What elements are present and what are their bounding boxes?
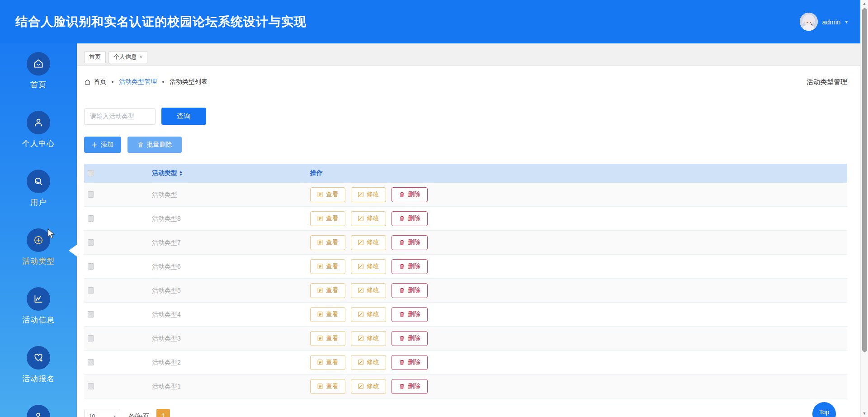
breadcrumb-home[interactable]: 首页 xyxy=(94,78,106,86)
edit-icon xyxy=(358,239,364,246)
edit-button[interactable]: 修改 xyxy=(351,307,386,322)
edit-icon xyxy=(358,359,364,365)
edit-button[interactable]: 修改 xyxy=(351,331,386,346)
edit-icon xyxy=(358,263,364,270)
view-button[interactable]: 查看 xyxy=(310,307,345,322)
view-button-label: 查看 xyxy=(326,262,339,270)
chevron-down-icon[interactable]: ▾ xyxy=(845,19,848,25)
delete-button-label: 删除 xyxy=(408,286,420,294)
sidebar-item-activity-info[interactable]: 活动信息 xyxy=(22,287,55,325)
search-input[interactable] xyxy=(84,108,156,125)
row-checkbox[interactable] xyxy=(88,359,94,365)
scroll-down-arrow-icon[interactable]: ▼ xyxy=(861,410,868,417)
delete-button[interactable]: 删除 xyxy=(392,259,428,274)
query-button[interactable]: 查询 xyxy=(161,108,206,125)
view-button[interactable]: 查看 xyxy=(310,235,345,250)
sidebar-item-users[interactable]: 用户 xyxy=(27,170,50,208)
edit-button-label: 修改 xyxy=(367,190,379,199)
sidebar-item-home[interactable]: 首页 xyxy=(27,52,50,90)
tab-personal-info[interactable]: 个人信息 × xyxy=(108,51,147,63)
edit-button[interactable]: 修改 xyxy=(351,235,386,250)
column-header-type[interactable]: 活动类型 ▲ ▼ xyxy=(152,169,310,177)
delete-button[interactable]: 删除 xyxy=(392,235,428,250)
trash-icon xyxy=(399,191,405,198)
sort-icon[interactable]: ▲ ▼ xyxy=(179,170,183,176)
user-menu[interactable]: admin ▾ xyxy=(800,13,848,31)
table-header-row: 活动类型 ▲ ▼ 操作 xyxy=(84,164,847,183)
close-icon[interactable]: × xyxy=(139,54,142,60)
table-row: 活动类型7 查看 修改 删除 xyxy=(84,231,847,255)
table-row: 活动类型3 查看 修改 删除 xyxy=(84,327,847,351)
tab-home[interactable]: 首页 xyxy=(84,51,106,63)
sidebar-item-activity-signup[interactable]: 活动报名 xyxy=(22,346,55,384)
row-checkbox[interactable] xyxy=(88,263,94,270)
row-checkbox[interactable] xyxy=(88,191,94,198)
home-icon xyxy=(33,58,44,70)
tab-label: 首页 xyxy=(89,53,101,61)
table-row: 活动类型8 查看 修改 删除 xyxy=(84,207,847,231)
edit-button[interactable]: 修改 xyxy=(351,355,386,370)
delete-button[interactable]: 删除 xyxy=(392,187,428,202)
delete-button[interactable]: 删除 xyxy=(392,331,428,346)
edit-icon xyxy=(358,311,364,317)
add-button[interactable]: 添加 xyxy=(84,137,121,153)
edit-icon xyxy=(358,383,364,389)
edit-button[interactable]: 修改 xyxy=(351,283,386,298)
edit-button[interactable]: 修改 xyxy=(351,259,386,274)
edit-button-label: 修改 xyxy=(367,286,379,294)
delete-button[interactable]: 删除 xyxy=(392,307,428,322)
delete-button[interactable]: 删除 xyxy=(392,379,428,394)
toolbar: 添加 批量删除 xyxy=(84,137,847,153)
view-button[interactable]: 查看 xyxy=(310,379,345,394)
scrollbar-thumb[interactable] xyxy=(862,8,867,352)
breadcrumb-section-link[interactable]: 活动类型管理 xyxy=(119,78,157,86)
row-checkbox[interactable] xyxy=(88,287,94,294)
edit-button-label: 修改 xyxy=(367,214,379,223)
activity-type-cell: 活动类型4 xyxy=(152,311,181,318)
delete-button[interactable]: 删除 xyxy=(392,355,428,370)
sidebar: 首页 个人中心 用户 活动类型 活动信息 活动报名 xyxy=(0,43,77,417)
view-button-label: 查看 xyxy=(326,358,339,366)
trash-icon xyxy=(399,383,405,389)
app-title: 结合人脸识别和实名认证的校园论坛系统设计与实现 xyxy=(15,14,307,30)
table-row: 活动类型4 查看 修改 删除 xyxy=(84,303,847,327)
row-checkbox[interactable] xyxy=(88,335,94,341)
view-button[interactable]: 查看 xyxy=(310,331,345,346)
plus-icon xyxy=(92,142,98,148)
chevron-down-icon: ▾ xyxy=(113,414,116,417)
batch-delete-button[interactable]: 批量删除 xyxy=(127,137,182,153)
view-button[interactable]: 查看 xyxy=(310,355,345,370)
sidebar-item-label: 活动信息 xyxy=(22,315,55,325)
scroll-up-arrow-icon[interactable]: ▲ xyxy=(861,0,868,7)
trash-icon xyxy=(399,359,405,365)
sidebar-item-user-audit[interactable] xyxy=(27,405,50,417)
row-checkbox[interactable] xyxy=(88,311,94,317)
row-checkbox[interactable] xyxy=(88,215,94,222)
page-size-select[interactable]: 10 ▾ xyxy=(84,409,120,417)
edit-button[interactable]: 修改 xyxy=(351,187,386,202)
pagination: 10 ▾ 条/每页 1 xyxy=(84,409,847,417)
view-icon xyxy=(317,287,323,294)
delete-button-label: 删除 xyxy=(408,190,420,199)
view-button[interactable]: 查看 xyxy=(310,211,345,226)
breadcrumb: 首页 活动类型管理 活动类型列表 活动类型管理 xyxy=(84,77,847,87)
page-number-button[interactable]: 1 xyxy=(156,409,170,417)
user-name[interactable]: admin xyxy=(822,18,841,26)
edit-button[interactable]: 修改 xyxy=(351,379,386,394)
sidebar-item-profile[interactable]: 个人中心 xyxy=(22,111,55,149)
avatar[interactable] xyxy=(800,13,818,31)
select-all-checkbox[interactable] xyxy=(88,170,94,176)
trash-icon xyxy=(399,311,405,317)
row-checkbox[interactable] xyxy=(88,239,94,246)
delete-button[interactable]: 删除 xyxy=(392,211,428,226)
view-button[interactable]: 查看 xyxy=(310,259,345,274)
edit-button[interactable]: 修改 xyxy=(351,211,386,226)
edit-button-label: 修改 xyxy=(367,238,379,246)
breadcrumb-separator-dot xyxy=(112,81,113,83)
view-button[interactable]: 查看 xyxy=(310,283,345,298)
sidebar-item-label: 首页 xyxy=(30,80,47,90)
trash-icon xyxy=(399,215,405,222)
view-button[interactable]: 查看 xyxy=(310,187,345,202)
delete-button[interactable]: 删除 xyxy=(392,283,428,298)
row-checkbox[interactable] xyxy=(88,383,94,389)
